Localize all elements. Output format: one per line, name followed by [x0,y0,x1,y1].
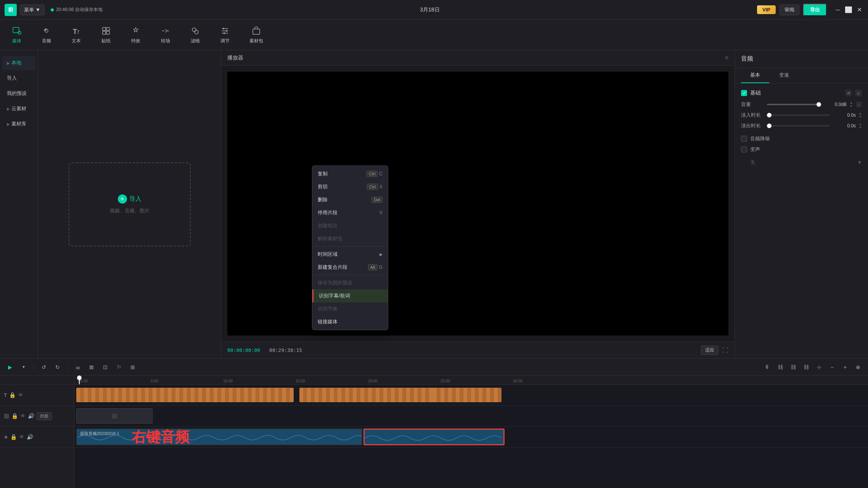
toolbar-item-sticker[interactable]: 贴纸 [97,23,115,47]
subtitle-clip-3[interactable] [433,388,502,402]
toolbar-item-media[interactable]: 媒体 [8,23,26,47]
right-panel-content: ✓ 基础 ↺ ◇ 音量 0.0dB ▲ ▼ [735,83,868,358]
tl-chain-2[interactable]: ⛓ [788,362,799,372]
undo-button[interactable]: ↺ [39,362,49,372]
volume-slider[interactable] [767,104,821,105]
tl-chain-1[interactable]: ⛓ [775,362,786,372]
volume-up[interactable]: ▲ [850,101,853,104]
volume-down[interactable]: ▼ [850,105,853,108]
sidebar-item-mypresets[interactable]: 我的预设 [2,86,35,101]
fullscreen-button[interactable]: ⛶ [722,347,728,354]
fadeout-up[interactable]: ▲ [859,123,862,126]
export-button[interactable]: 导出 [803,4,827,16]
fadein-slider[interactable] [767,114,830,116]
video-eye[interactable]: 👁 [20,413,26,419]
tab-basic[interactable]: 基本 [741,68,769,83]
ctx-delete[interactable]: 删除 Del [312,193,388,206]
player-screen[interactable] [227,72,728,336]
player-menu-icon[interactable]: ≡ [725,55,728,61]
audio-lock[interactable]: 🔒 [10,434,17,440]
playhead-top [77,376,82,380]
ctx-freeze[interactable]: 停用片段 V [312,206,388,219]
tl-sep-2 [68,363,68,371]
video-lock[interactable]: 🔒 [11,413,18,419]
audio-vol: 🔊 [27,434,33,440]
section-checkbox-basic[interactable]: ✓ [741,90,747,96]
fadein-down[interactable]: ▼ [859,116,862,119]
sidebar-item-import[interactable]: 导入 [2,71,35,85]
split-button[interactable]: ⚌ [72,362,83,372]
vip-button[interactable]: VIP [757,5,776,14]
tl-btn-7[interactable]: ⊞ [127,362,138,372]
redo-button[interactable]: ↻ [52,362,63,372]
time-ruler: 00:00 5:00 10:00 15:00 20:00 25:00 30:00 [74,376,868,385]
tl-center[interactable]: ⊹ [814,362,825,372]
audio-clip-1[interactable]: 提取音频20230318-1 [76,429,362,445]
maximize-button[interactable]: ⬜ [844,6,853,14]
tl-add[interactable]: ⊕ [853,362,863,372]
tl-zoom-out[interactable]: − [827,362,837,372]
svg-point-10 [194,30,198,34]
sidebar-item-cloud[interactable]: ▶ 云素材 [2,101,35,116]
main-content: ▶ 本地 导入 我的预设 ▶ 云素材 ▶ 素材库 + 导入 [0,50,868,358]
svg-point-9 [192,28,196,32]
fadein-up[interactable]: ▲ [859,112,862,115]
tl-zoom-in[interactable]: + [840,362,850,372]
import-area[interactable]: + 导入 视频、音频、图片 [69,162,191,246]
fadeout-down[interactable]: ▼ [859,126,862,129]
timeline-right-tools: 🎙 ⛓ ⛓ ⛓ ⊹ − + ⊕ [762,362,863,372]
tab-speed[interactable]: 变速 [770,68,798,83]
section-diamond-basic[interactable]: ◇ [855,90,862,96]
section-reset-basic[interactable]: ↺ [845,90,852,96]
subtitle-clip-1[interactable] [76,388,294,402]
sidebar-item-library[interactable]: ▶ 素材库 [2,117,35,131]
timeline-tracks: 00:00 5:00 10:00 15:00 20:00 25:00 30:00 [74,376,868,488]
marker-button[interactable]: ⚐ [114,362,124,372]
toolbar-item-filter[interactable]: 滤镜 [186,23,204,47]
minimize-button[interactable]: ─ [834,6,842,14]
tl-btn-5[interactable]: ⊡ [100,362,111,372]
ctx-cut[interactable]: 剪切 Ctrl X [312,180,388,193]
close-button[interactable]: ✕ [855,6,863,14]
select-dropdown[interactable]: ▼ [18,362,29,372]
ctx-link-media[interactable]: 链接媒体 [312,315,388,328]
import-button[interactable]: + 导入 [118,194,141,204]
fadeout-slider[interactable] [767,125,830,127]
toolbar-item-adjust[interactable]: 调节 [216,23,234,47]
ctx-recognize-subtitles[interactable]: 识别字幕/歌词 [312,289,388,302]
sidebar-item-local[interactable]: ▶ 本地 [2,56,35,70]
review-button[interactable]: 审阅 [780,5,799,15]
playhead[interactable] [79,376,80,384]
microphone-button[interactable]: 🎙 [762,362,773,372]
player-title: 播放器 [227,55,243,61]
voice-checkbox[interactable] [741,146,747,152]
delete-button[interactable]: ⊠ [86,362,97,372]
cover-tag: 封面 [37,412,52,420]
volume-diamond[interactable]: ◇ [856,101,862,108]
audio-eye[interactable]: 👁 [19,434,24,440]
menu-button[interactable]: 菜单 ▼ [20,5,45,15]
ctx-recognize-beats: 识别节奏 [312,302,388,315]
tl-chain-3[interactable]: ⛓ [801,362,812,372]
cover-clip[interactable]: ⊞ [76,408,153,424]
toolbar-item-effects[interactable]: 特效 [127,23,145,47]
ctx-time-region[interactable]: 时间区域 ▶ [312,248,388,261]
subtitle-eye[interactable]: 👁 [18,392,23,398]
select-tool[interactable]: ▶ [5,362,15,372]
toolbar-item-text[interactable]: TT 文本 [67,23,85,47]
voice-value: 无 [750,159,857,166]
subtitle-lock[interactable]: 🔒 [9,392,16,398]
toolbar-item-transition[interactable]: 转场 [156,23,175,47]
toolbar-item-package[interactable]: 素材包 [246,23,267,47]
toolbar-item-audio[interactable]: 音频 [37,23,56,47]
audio-track-play: ⏺ [4,435,8,439]
svg-rect-7 [103,31,106,34]
voice-dropdown-arrow[interactable]: ▼ [857,160,862,165]
audio-clip-highlighted[interactable] [363,429,505,445]
top-bar: 前 菜单 ▼ 20:46:06 自动保存本地 3月18日 VIP 审阅 导出 ─… [0,0,868,20]
player-header: 播放器 ≡ [221,50,735,66]
noise-checkbox[interactable] [741,136,747,142]
fit-button[interactable]: 适应 [701,345,719,355]
ctx-copy[interactable]: 复制 Ctrl C [312,167,388,180]
ctx-new-compound[interactable]: 新建复合片段 Alt G [312,261,388,274]
